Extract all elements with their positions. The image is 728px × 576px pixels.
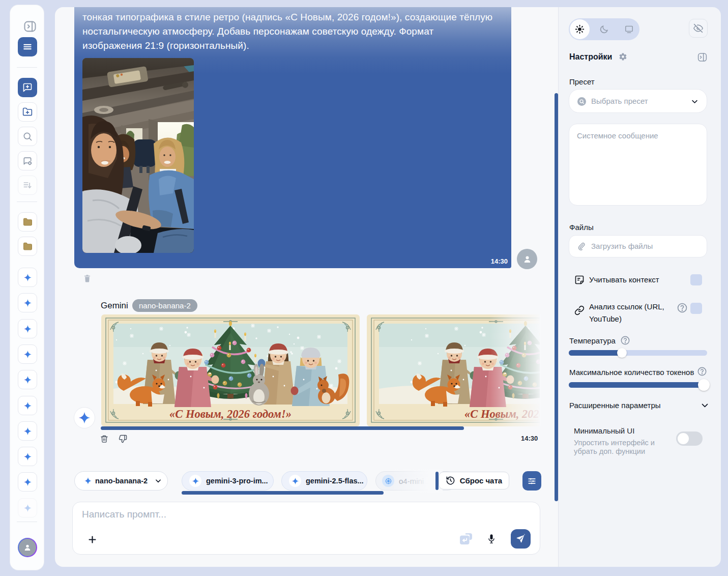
svg-text:«С Новым, 2026 годом!»: «С Новым, 2026 годом!»: [169, 408, 292, 420]
